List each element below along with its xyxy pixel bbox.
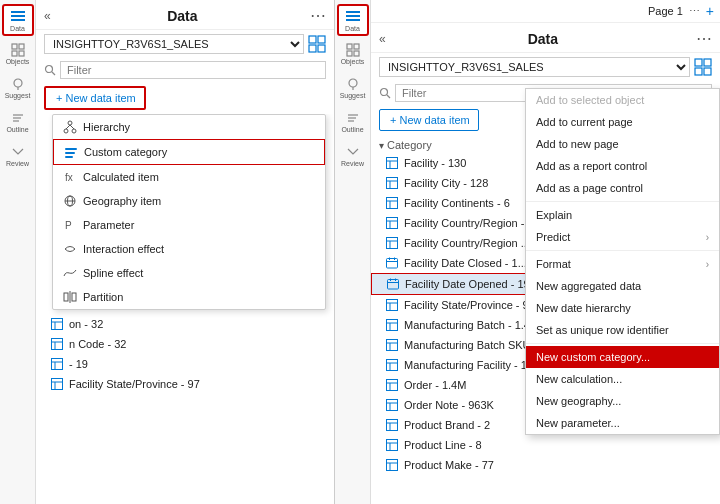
sidebar-item-objects-left[interactable]: Objects xyxy=(2,38,34,70)
sidebar-item-data-right[interactable]: Data xyxy=(337,4,369,36)
sidebar-item-objects-right[interactable]: Objects xyxy=(337,38,369,70)
ctx-new-parameter[interactable]: New parameter... xyxy=(526,412,719,434)
svg-line-17 xyxy=(52,72,55,75)
svg-rect-59 xyxy=(704,59,711,66)
left-data-item-on32[interactable]: on - 32 xyxy=(36,314,334,334)
left-data-item-state97[interactable]: Facility State/Province - 97 xyxy=(36,374,334,394)
ctx-new-date-hierarchy[interactable]: New date hierarchy xyxy=(526,297,719,319)
svg-rect-61 xyxy=(704,68,711,75)
custom-category-icon xyxy=(64,145,78,159)
table-icon-mfg-sku xyxy=(385,338,399,352)
ctx-add-report-control[interactable]: Add as a report control xyxy=(526,155,719,177)
left-datasource-grid-icon[interactable] xyxy=(308,35,326,53)
svg-rect-14 xyxy=(309,45,316,52)
sidebar-label-data-left: Data xyxy=(10,25,25,32)
svg-rect-5 xyxy=(12,51,17,56)
svg-rect-50 xyxy=(354,44,359,49)
right-data-item-product-line[interactable]: Product Line - 8 xyxy=(371,435,720,455)
table-icon-1 xyxy=(50,317,64,331)
svg-rect-6 xyxy=(19,51,24,56)
svg-point-62 xyxy=(381,89,388,96)
page-bar-add[interactable]: + xyxy=(706,3,714,19)
sidebar-item-outline-left[interactable]: Outline xyxy=(2,106,34,138)
sidebar-item-suggest-right[interactable]: Suggest xyxy=(337,72,369,104)
left-dropdown-custom-category[interactable]: Custom category xyxy=(53,139,325,165)
ctx-divider-1 xyxy=(526,201,719,202)
ctx-add-new-page[interactable]: Add to new page xyxy=(526,133,719,155)
ctx-predict[interactable]: Predict › xyxy=(526,226,719,248)
left-panel-title: Data xyxy=(167,8,197,24)
left-filter-input[interactable] xyxy=(60,61,326,79)
right-datasource-grid-icon[interactable] xyxy=(694,58,712,76)
ctx-add-current-page[interactable]: Add to current page xyxy=(526,111,719,133)
left-dropdown-geography-item[interactable]: Geography item xyxy=(53,189,325,213)
ctx-format[interactable]: Format › xyxy=(526,253,719,275)
svg-line-22 xyxy=(70,125,74,129)
svg-rect-76 xyxy=(387,238,398,249)
right-data-item-product-make[interactable]: Product Make - 77 xyxy=(371,455,720,475)
left-dropdown-interaction-effect[interactable]: Interaction effect xyxy=(53,237,325,261)
left-dropdown-partition[interactable]: Partition xyxy=(53,285,325,309)
left-panel-header: « Data ⋯ xyxy=(36,0,334,30)
sidebar-item-suggest-left[interactable]: Suggest xyxy=(2,72,34,104)
svg-rect-48 xyxy=(346,19,360,21)
sidebar-item-data-left[interactable]: Data xyxy=(2,4,34,36)
table-icon-city128 xyxy=(385,176,399,190)
ctx-new-custom-category[interactable]: New custom category... xyxy=(526,346,719,368)
svg-rect-60 xyxy=(695,68,702,75)
svg-rect-83 xyxy=(388,280,399,290)
svg-line-21 xyxy=(66,125,70,129)
table-icon-order-note xyxy=(385,398,399,412)
svg-text:P: P xyxy=(65,220,72,231)
ctx-predict-arrow: › xyxy=(706,232,709,243)
sidebar-label-outline-left: Outline xyxy=(6,126,28,133)
ctx-new-calculation[interactable]: New calculation... xyxy=(526,368,719,390)
sidebar-label-objects-left: Objects xyxy=(6,58,30,65)
table-icon-state97 xyxy=(385,298,399,312)
left-dropdown-parameter[interactable]: P Parameter xyxy=(53,213,325,237)
left-dropdown-calculated-item[interactable]: fx Calculated item xyxy=(53,165,325,189)
ctx-divider-2 xyxy=(526,250,719,251)
svg-rect-23 xyxy=(65,148,77,150)
partition-icon xyxy=(63,290,77,304)
left-filter-row xyxy=(36,58,334,82)
left-content: « Data ⋯ INSIGHTTOY_R3V6S1_SALES + New d… xyxy=(36,0,334,504)
left-dropdown-hierarchy[interactable]: Hierarchy xyxy=(53,115,325,139)
ctx-add-page-control[interactable]: Add as a page control xyxy=(526,177,719,199)
left-datasource-select[interactable]: INSIGHTTOY_R3V6S1_SALES xyxy=(44,34,304,54)
ctx-new-geography[interactable]: New geography... xyxy=(526,390,719,412)
svg-rect-49 xyxy=(347,44,352,49)
svg-rect-13 xyxy=(318,36,325,43)
svg-rect-96 xyxy=(387,360,398,371)
left-data-item-code32[interactable]: n Code - 32 xyxy=(36,334,334,354)
context-menu: Add to selected object Add to current pa… xyxy=(525,88,720,435)
ctx-new-agg-data[interactable]: New aggregated data xyxy=(526,275,719,297)
sidebar-item-review-right[interactable]: Review xyxy=(337,140,369,172)
table-icon-product-brand xyxy=(385,418,399,432)
right-datasource-select[interactable]: INSIGHTTOY_R3V6S1_SALES xyxy=(379,57,690,77)
svg-text:fx: fx xyxy=(65,172,73,183)
right-panel: Data Objects Suggest Outline Review Page… xyxy=(335,0,720,504)
page-bar-more[interactable]: ⋯ xyxy=(689,5,700,18)
left-dropdown-spline-effect[interactable]: Spline effect xyxy=(53,261,325,285)
calendar-icon-opened xyxy=(386,277,400,291)
left-new-data-item-btn[interactable]: + New data item xyxy=(44,86,146,110)
right-sidebar: Data Objects Suggest Outline Review xyxy=(335,0,371,504)
right-new-data-item-btn[interactable]: + New data item xyxy=(379,109,479,131)
table-icon-order xyxy=(385,378,399,392)
right-panel-more[interactable]: ⋯ xyxy=(696,29,712,48)
left-collapse-btn[interactable]: « xyxy=(44,9,51,23)
right-collapse-btn[interactable]: « xyxy=(379,32,386,46)
sidebar-item-outline-right[interactable]: Outline xyxy=(337,106,369,138)
svg-rect-24 xyxy=(65,152,75,154)
svg-rect-34 xyxy=(52,319,63,330)
svg-rect-87 xyxy=(387,300,398,311)
sidebar-item-review-left[interactable]: Review xyxy=(2,140,34,172)
left-data-item-19[interactable]: - 19 xyxy=(36,354,334,374)
left-panel-more[interactable]: ⋯ xyxy=(310,6,326,25)
calendar-icon-closed xyxy=(385,256,399,270)
ctx-set-unique-row[interactable]: Set as unique row identifier xyxy=(526,319,719,341)
svg-rect-90 xyxy=(387,320,398,331)
ctx-explain[interactable]: Explain xyxy=(526,204,719,226)
right-panel-title: Data xyxy=(528,31,558,47)
